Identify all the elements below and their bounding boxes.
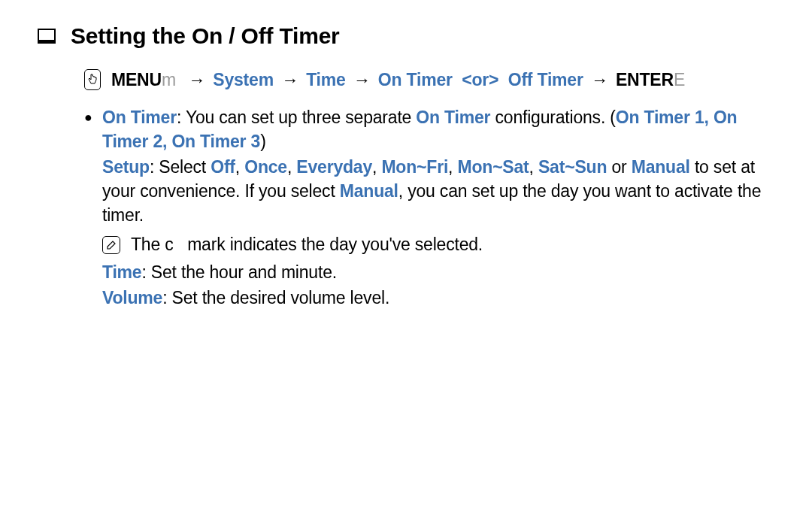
arrow-icon: → bbox=[350, 70, 374, 89]
touch-icon bbox=[84, 69, 101, 90]
nav-ontimer: On Timer bbox=[378, 70, 453, 89]
note-row: The c mark indicates the day you've sele… bbox=[102, 233, 774, 256]
time-label: Time bbox=[102, 262, 141, 282]
enter-suffix: E bbox=[674, 70, 685, 89]
arrow-icon: → bbox=[185, 70, 208, 89]
section-heading: Setting the On / Off Timer bbox=[71, 21, 340, 52]
volume-line: Volume: Set the desired volume level. bbox=[102, 286, 774, 310]
on-timer-label: On Timer bbox=[102, 108, 177, 127]
opt-manual2: Manual bbox=[340, 181, 398, 201]
opt-off: Off bbox=[211, 157, 235, 177]
nav-system: System bbox=[213, 70, 274, 89]
bullet-dot: ● bbox=[84, 105, 102, 311]
opt-monfri: Mon~Fri bbox=[381, 157, 448, 177]
on-timer-3: On Timer 3 bbox=[171, 132, 260, 151]
note-text: The c mark indicates the day you've sele… bbox=[131, 233, 483, 256]
opt-monsat: Mon~Sat bbox=[457, 157, 529, 177]
navigation-path: MENUm → System → Time → On Timer <or> Of… bbox=[84, 68, 774, 92]
opt-once: Once bbox=[244, 157, 287, 177]
nav-time: Time bbox=[306, 70, 345, 89]
menu-label: MENU bbox=[111, 70, 162, 89]
nav-or: <or> bbox=[457, 70, 503, 89]
hand-icon bbox=[87, 73, 98, 86]
bullet-content: On Timer: You can set up three separate … bbox=[102, 105, 774, 311]
menu-suffix: m bbox=[162, 70, 176, 89]
volume-label: Volume bbox=[102, 288, 162, 307]
on-timer-line: On Timer: You can set up three separate … bbox=[102, 105, 774, 153]
opt-everyday: Everyday bbox=[296, 157, 372, 177]
note-c: c bbox=[165, 235, 173, 254]
setup-line: Setup: Select Off, Once, Everyday, Mon~F… bbox=[102, 155, 774, 228]
nav-offtimer: Off Timer bbox=[508, 70, 583, 89]
opt-satsun: Sat~Sun bbox=[538, 157, 607, 177]
arrow-icon: → bbox=[588, 70, 611, 89]
pencil-icon bbox=[105, 239, 117, 251]
bullet-item: ● On Timer: You can set up three separat… bbox=[84, 105, 774, 311]
section-icon bbox=[38, 29, 56, 44]
setup-label: Setup bbox=[102, 157, 150, 177]
opt-manual: Manual bbox=[632, 157, 690, 177]
on-timer-label2: On Timer bbox=[416, 108, 490, 127]
enter-label: ENTER bbox=[616, 70, 674, 89]
section-heading-row: Setting the On / Off Timer bbox=[38, 21, 774, 52]
nav-text: MENUm → System → Time → On Timer <or> Of… bbox=[111, 68, 685, 92]
note-icon bbox=[102, 236, 120, 254]
on-timer-1: On Timer 1 bbox=[616, 108, 704, 127]
arrow-icon: → bbox=[278, 70, 301, 89]
time-line: Time: Set the hour and minute. bbox=[102, 260, 774, 284]
